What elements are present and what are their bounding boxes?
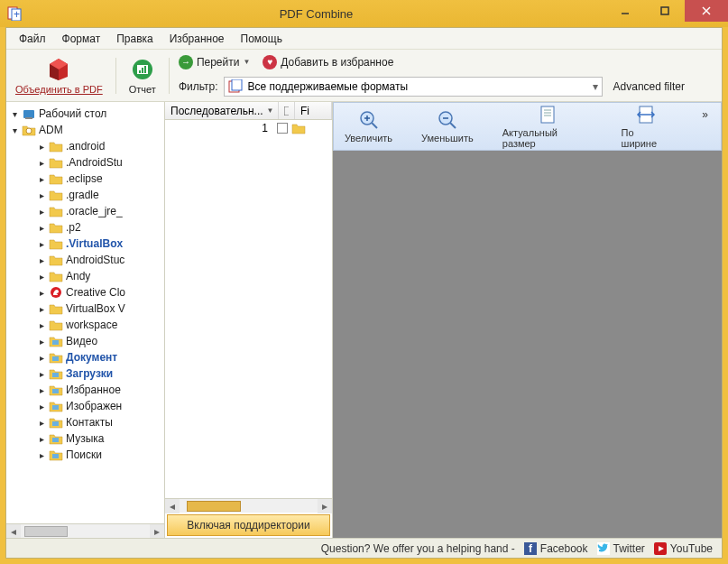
expand-icon[interactable]: ▸ <box>37 304 46 314</box>
tree-item-label: .eclipse <box>66 172 103 185</box>
tree-item-label: Рабочий стол <box>39 107 106 120</box>
tree-item[interactable]: ▸Загрузки <box>6 365 164 382</box>
expand-icon[interactable]: ▸ <box>37 174 46 184</box>
tree-item[interactable]: ▸Поиски <box>6 447 164 463</box>
tree-item[interactable]: ▸.eclipse <box>6 171 164 187</box>
list-body[interactable]: 1 <box>165 120 332 498</box>
expand-icon[interactable]: ▸ <box>37 190 46 200</box>
expand-icon[interactable]: ▸ <box>37 272 46 282</box>
list-row[interactable]: 1 <box>165 120 332 136</box>
expand-icon[interactable]: ▸ <box>37 255 46 265</box>
list-h-scrollbar[interactable]: ◂ ▸ <box>165 498 332 513</box>
tree-item[interactable]: ▸AndroidStuc <box>6 252 164 268</box>
expand-icon[interactable]: ▸ <box>37 288 46 298</box>
fit-width-button[interactable]: По ширине <box>616 102 677 151</box>
scroll-left-icon[interactable]: ◂ <box>6 524 21 538</box>
tree-item[interactable]: ▸.AndroidStu <box>6 154 164 171</box>
combine-pdf-button[interactable]: Объединить в PDF <box>12 55 106 97</box>
minimize-button[interactable] <box>605 0 645 22</box>
expand-icon[interactable]: ▸ <box>37 434 46 444</box>
row-checkbox[interactable] <box>277 123 288 134</box>
expand-icon[interactable]: ▸ <box>37 385 46 395</box>
tree-item[interactable]: ▸Creative Clo <box>6 284 164 300</box>
tree-item[interactable]: ▸Изображен <box>6 398 164 414</box>
actual-size-button[interactable]: Актуальный размер <box>497 102 598 151</box>
menu-file[interactable]: Файл <box>12 30 53 48</box>
pdf-icon <box>46 57 71 82</box>
expand-icon[interactable]: ▸ <box>37 369 46 379</box>
tree-item[interactable]: ▸VirtualBox V <box>6 300 164 317</box>
col-fi[interactable]: Fi <box>295 102 332 119</box>
title-bar: + PDF Combine <box>0 0 728 27</box>
tree-item[interactable]: ▸.p2 <box>6 219 164 236</box>
tree-item[interactable]: ▾ADM <box>6 122 164 138</box>
menu-help[interactable]: Помощь <box>234 30 290 48</box>
add-favorite-button[interactable]: ♥ Добавить в избранное <box>263 55 393 69</box>
tree-item[interactable]: ▸Контакты <box>6 414 164 430</box>
tree-item[interactable]: ▸.oracle_jre_ <box>6 203 164 219</box>
tree-item[interactable]: ▸.android <box>6 138 164 154</box>
svg-rect-19 <box>52 356 59 361</box>
advanced-filter-link[interactable]: Advanced filter <box>613 80 685 93</box>
filter-select[interactable]: Все поддерживаемые форматы ▾ <box>224 77 603 97</box>
tree-item[interactable]: ▸workspace <box>6 317 164 333</box>
menu-bar: Файл Формат Правка Избранное Помощь <box>6 28 722 50</box>
expand-icon[interactable]: ▸ <box>37 418 46 428</box>
youtube-link[interactable]: YouTube <box>654 542 713 555</box>
col-sequence[interactable]: Последовательн...▼ <box>165 102 279 119</box>
folder-icon <box>49 319 63 331</box>
zoom-out-button[interactable]: Уменьшить <box>416 107 479 145</box>
menu-favorites[interactable]: Избранное <box>162 30 232 48</box>
preview-toolbar: Увеличить Уменьшить Актуальный размер По… <box>333 102 722 151</box>
more-tools-button[interactable]: » <box>695 108 715 121</box>
file-list-pane: Последовательн...▼ Fi 1 ◂ ▸ Включая подд… <box>165 102 333 538</box>
tree-item[interactable]: ▾Рабочий стол <box>6 106 164 122</box>
go-button[interactable]: → Перейти ▼ <box>179 55 250 69</box>
folder-icon <box>49 335 63 347</box>
expand-icon[interactable]: ▾ <box>10 125 19 135</box>
expand-icon[interactable]: ▸ <box>37 142 46 152</box>
tree-item[interactable]: ▸Видео <box>6 333 164 349</box>
list-header[interactable]: Последовательн...▼ Fi <box>165 102 332 120</box>
expand-icon[interactable]: ▾ <box>10 109 19 119</box>
scroll-right-icon[interactable]: ▸ <box>318 499 332 513</box>
tree-item[interactable]: ▸.gradle <box>6 187 164 203</box>
scroll-thumb[interactable] <box>24 526 68 537</box>
expand-icon[interactable]: ▸ <box>37 450 46 460</box>
include-subdirs-button[interactable]: Включая поддиректории <box>167 514 330 536</box>
col-check[interactable] <box>279 102 295 119</box>
svg-line-32 <box>450 123 456 128</box>
expand-icon[interactable]: ▸ <box>37 207 46 217</box>
expand-icon[interactable]: ▸ <box>37 223 46 233</box>
expand-icon[interactable]: ▸ <box>37 158 46 168</box>
folder-tree[interactable]: ▾Рабочий стол▾ADM▸.android▸.AndroidStu▸.… <box>6 102 164 523</box>
twitter-link[interactable]: Twitter <box>597 542 645 555</box>
tree-item-label: Creative Clo <box>66 286 125 299</box>
tree-item[interactable]: ▸Andy <box>6 268 164 284</box>
svg-rect-26 <box>284 106 289 116</box>
tree-item[interactable]: ▸Музыка <box>6 430 164 447</box>
scroll-thumb[interactable] <box>187 501 241 512</box>
expand-icon[interactable]: ▸ <box>37 402 46 411</box>
report-button[interactable]: Отчет <box>125 55 160 97</box>
close-button[interactable] <box>685 0 728 22</box>
folder-icon <box>49 302 63 315</box>
facebook-link[interactable]: fFacebook <box>524 542 588 555</box>
tree-item-label: .gradle <box>66 189 99 201</box>
maximize-button[interactable] <box>645 0 685 22</box>
tree-item[interactable]: ▸.VirtualBox <box>6 236 164 252</box>
tree-item[interactable]: ▸Избранное <box>6 382 164 398</box>
tree-item-label: Видео <box>66 335 97 347</box>
expand-icon[interactable]: ▸ <box>37 337 46 347</box>
tree-h-scrollbar[interactable]: ◂ ▸ <box>6 523 164 538</box>
menu-format[interactable]: Формат <box>55 30 108 48</box>
scroll-right-icon[interactable]: ▸ <box>150 524 164 538</box>
expand-icon[interactable]: ▸ <box>37 353 46 363</box>
svg-line-28 <box>372 123 377 128</box>
expand-icon[interactable]: ▸ <box>37 320 46 330</box>
tree-item[interactable]: ▸Документ <box>6 349 164 365</box>
scroll-left-icon[interactable]: ◂ <box>165 499 180 513</box>
menu-edit[interactable]: Правка <box>109 30 161 48</box>
zoom-in-button[interactable]: Увеличить <box>339 107 398 145</box>
expand-icon[interactable]: ▸ <box>37 239 46 249</box>
